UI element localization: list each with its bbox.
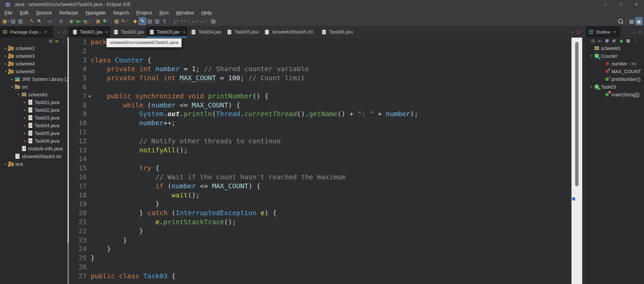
- line-number[interactable]: 27: [69, 272, 87, 281]
- tab-task02-java[interactable]: Task02.java: [110, 26, 146, 38]
- menu-item-refactor[interactable]: Refactor: [56, 10, 82, 15]
- minimize-window-button[interactable]: –: [598, 0, 613, 9]
- expand-icon[interactable]: ▸: [3, 162, 8, 166]
- editor-scrollbar[interactable]: [571, 38, 582, 284]
- pe-item-sclweek5[interactable]: ▾sclweek5: [0, 91, 68, 98]
- collapse-icon[interactable]: ▾: [589, 85, 594, 89]
- collapse-all-icon[interactable]: ⊟: [49, 39, 52, 44]
- new-class-icon[interactable]: ●C▾: [102, 17, 109, 25]
- tab-task05-java[interactable]: Task05.java: [224, 26, 261, 38]
- line-number[interactable]: 24: [69, 244, 87, 253]
- menu-item-run[interactable]: Run: [156, 10, 173, 15]
- previous-annotation-icon[interactable]: ↑▾: [180, 17, 186, 25]
- line-number[interactable]: 3: [69, 56, 87, 65]
- line-number[interactable]: 14: [69, 154, 87, 163]
- line-number[interactable]: 20: [69, 208, 87, 218]
- line-number[interactable]: 2: [69, 47, 87, 56]
- line-number[interactable]: 17: [69, 182, 87, 191]
- torch-icon[interactable]: ◆: [132, 17, 138, 25]
- maximize-window-button[interactable]: □: [613, 0, 629, 9]
- new-java-project-icon[interactable]: ▣: [95, 17, 101, 25]
- line-number[interactable]: 12: [69, 137, 87, 146]
- tab-task06-java[interactable]: Task06.java: [318, 26, 355, 38]
- minimize-view-icon[interactable]: –: [57, 30, 60, 35]
- console-icon[interactable]: ▭: [47, 17, 53, 25]
- filters-icon[interactable]: [619, 39, 624, 43]
- pe-item-task01-java[interactable]: ▸Task01.java: [0, 98, 68, 106]
- line-number[interactable]: 16: [69, 173, 87, 182]
- search-icon[interactable]: [617, 17, 624, 25]
- outline-item-counter[interactable]: ▾CCounter: [586, 52, 644, 60]
- expand-icon[interactable]: ▸: [3, 54, 8, 58]
- outline-item-main-string-[interactable]: Smain(String[]): [586, 91, 644, 98]
- menu-item-project[interactable]: Project: [133, 10, 156, 15]
- line-number[interactable]: 6: [69, 83, 87, 92]
- skip-breakpoints-icon[interactable]: ⊘: [58, 17, 64, 25]
- debug-icon[interactable]: ◉▾: [69, 17, 76, 25]
- sort-icon[interactable]: az↓: [598, 39, 602, 43]
- line-number[interactable]: 13: [69, 146, 87, 155]
- pe-item-src[interactable]: ▾src: [0, 83, 68, 91]
- outline-item-printnumber-[interactable]: sprintNumber(): [586, 75, 644, 83]
- minimize-editor-icon[interactable]: –: [571, 30, 574, 35]
- menu-item-help[interactable]: Help: [198, 10, 216, 15]
- expand-icon[interactable]: ▸: [3, 62, 8, 65]
- line-number[interactable]: 15: [69, 163, 87, 173]
- back-history-icon[interactable]: ←▾: [191, 17, 198, 25]
- expand-icon[interactable]: ▸: [22, 100, 27, 104]
- forward-history-icon[interactable]: →▾: [198, 17, 205, 25]
- overview-annotation-marker[interactable]: [572, 197, 575, 200]
- open-type-icon[interactable]: ▤: [146, 17, 153, 25]
- package-explorer-tab[interactable]: Package Expl... ×: [0, 26, 53, 38]
- code-editor[interactable]: 1package sclweek5;23class Counter {4 pri…: [69, 38, 571, 281]
- close-tab-icon[interactable]: ×: [105, 30, 108, 35]
- maximize-editor-icon[interactable]: □: [577, 30, 580, 35]
- menu-item-edit[interactable]: Edit: [16, 10, 32, 15]
- hide-static-icon[interactable]: [612, 39, 616, 43]
- line-number[interactable]: 11: [69, 128, 87, 137]
- outline-item-number[interactable]: number : int: [586, 60, 644, 67]
- pe-item-task03-java[interactable]: ▸Task03.java: [0, 114, 68, 122]
- menu-item-search[interactable]: Search: [109, 10, 133, 15]
- view-menu-icon[interactable]: ⋮: [633, 39, 638, 43]
- close-icon[interactable]: ×: [44, 29, 47, 35]
- line-number[interactable]: 8: [69, 101, 87, 110]
- close-window-button[interactable]: ×: [629, 0, 644, 9]
- view-menu-icon[interactable]: ⋮: [61, 39, 66, 44]
- coverage-icon[interactable]: ▶▾: [84, 17, 90, 25]
- open-task-icon[interactable]: ✎: [28, 17, 35, 25]
- collapse-icon[interactable]: ▾: [3, 69, 8, 73]
- expand-icon[interactable]: ▸: [22, 108, 27, 112]
- line-number[interactable]: 1: [69, 38, 87, 47]
- expand-icon[interactable]: ▸: [22, 124, 27, 127]
- fold-marker-icon[interactable]: [89, 95, 91, 97]
- menu-item-source[interactable]: Source: [32, 10, 56, 15]
- line-number[interactable]: 22: [69, 227, 87, 236]
- new-wizard-icon[interactable]: ▣▾: [2, 17, 9, 25]
- open-perspective-icon[interactable]: ▦: [628, 17, 635, 25]
- outline-item-sclweek5[interactable]: sclweek5: [586, 44, 644, 52]
- pe-item-task04-java[interactable]: ▸Task04.java: [0, 122, 68, 129]
- line-number[interactable]: 25: [69, 253, 87, 263]
- tab-task04-java[interactable]: Task04.java: [188, 26, 224, 38]
- line-number[interactable]: 5: [69, 74, 87, 83]
- show-template-icon[interactable]: ▥: [154, 17, 160, 25]
- menu-item-navigate[interactable]: Navigate: [82, 10, 109, 15]
- outline-item-max-count[interactable]: FMAX_COUNT : int: [586, 67, 644, 75]
- tab-slcweek05task5-txt[interactable]: slcweek05task5.txt: [261, 26, 318, 38]
- pe-item-slcweek05task5-txt[interactable]: slcweek05task5.txt: [0, 152, 68, 160]
- menu-item-file[interactable]: File: [1, 10, 16, 15]
- hide-local-types-icon[interactable]: [626, 39, 631, 43]
- collapse-icon[interactable]: ▾: [16, 93, 21, 96]
- package-explorer-scrollbar[interactable]: [67, 38, 69, 284]
- expand-icon[interactable]: ▸: [10, 77, 14, 81]
- show-whitespace-icon[interactable]: ¶: [161, 17, 168, 25]
- minimize-view-icon[interactable]: –: [633, 30, 635, 35]
- close-icon[interactable]: ×: [613, 29, 616, 35]
- hide-fields-icon[interactable]: [605, 39, 609, 43]
- expand-icon[interactable]: ▸: [22, 139, 27, 143]
- expand-icon[interactable]: ▸: [22, 116, 27, 120]
- line-number[interactable]: 21: [69, 218, 87, 227]
- pe-item-sclweek3[interactable]: ▸sclweek3: [0, 52, 68, 60]
- expand-icon[interactable]: ▸: [3, 46, 8, 50]
